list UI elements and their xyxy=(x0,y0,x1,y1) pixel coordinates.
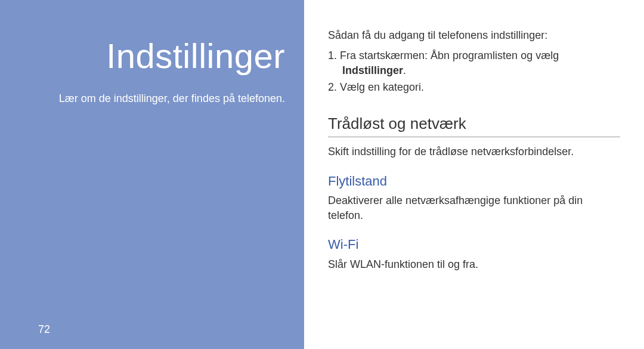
step-1: 1. Fra startskærmen: Åbn programlisten o… xyxy=(328,48,620,78)
section-heading-wireless: Trådløst og netværk xyxy=(328,113,620,137)
left-sidebar: Indstillinger Lær om de indstillinger, d… xyxy=(0,0,304,349)
step-number: 2. xyxy=(328,81,337,93)
step-number: 1. xyxy=(328,50,337,61)
intro-text: Sådan få du adgang til telefonens indsti… xyxy=(328,28,620,42)
subheading-flight-mode: Flytilstand xyxy=(328,172,620,190)
step-after: . xyxy=(403,64,406,76)
step-text: Fra startskærmen: Åbn programlisten og v… xyxy=(340,50,559,61)
chapter-subtitle: Lær om de indstillinger, der findes på t… xyxy=(0,92,285,105)
content-area: Sådan få du adgang til telefonens indsti… xyxy=(304,0,644,349)
subheading-wifi: Wi-Fi xyxy=(328,236,620,254)
page-number: 72 xyxy=(38,323,50,336)
text-flight-mode: Deaktiverer alle netværksafhængige funkt… xyxy=(328,193,620,223)
step-2: 2. Vælg en kategori. xyxy=(328,80,620,94)
chapter-title: Indstillinger xyxy=(0,36,285,76)
step-bold: Indstillinger xyxy=(342,64,403,76)
step-text: Vælg en kategori. xyxy=(340,81,424,93)
text-wifi: Slår WLAN-funktionen til og fra. xyxy=(328,257,620,271)
section-text-wireless: Skift indstilling for de trådløse netvær… xyxy=(328,144,620,159)
